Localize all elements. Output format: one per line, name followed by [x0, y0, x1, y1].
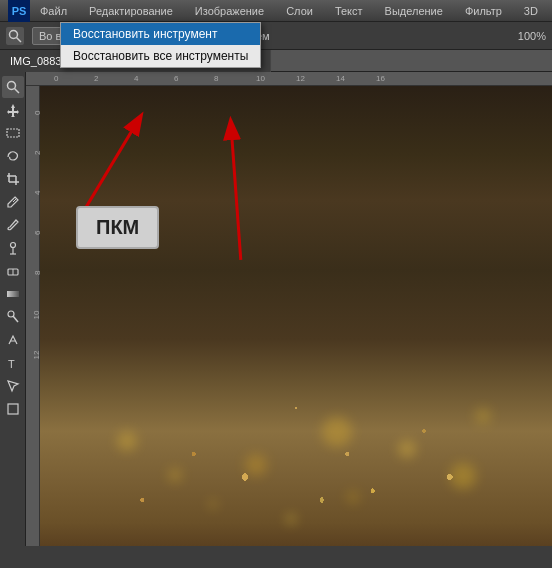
ruler-vmark-4: 4 [33, 191, 42, 195]
tool-dodge[interactable] [2, 306, 24, 328]
ruler-mark-6: 6 [174, 74, 178, 83]
zoom-percent: 100% [518, 30, 546, 42]
menu-3d[interactable]: 3D [518, 3, 544, 19]
svg-line-3 [14, 89, 19, 94]
pkm-label: ПКМ [76, 206, 159, 249]
ruler-mark-14: 14 [336, 74, 345, 83]
svg-rect-5 [7, 129, 19, 137]
context-menu: Восстановить инструмент Восстановить все… [60, 22, 261, 68]
ruler-vmark-2: 2 [33, 151, 42, 155]
ps-logo: PS [8, 0, 30, 22]
ruler-mark-2: 2 [94, 74, 98, 83]
context-item-restore-tool[interactable]: Восстановить инструмент [61, 23, 260, 45]
tool-shape[interactable] [2, 398, 24, 420]
ruler-mark-4: 4 [134, 74, 138, 83]
tool-gradient[interactable] [2, 283, 24, 305]
ruler-mark-0: 0 [54, 74, 58, 83]
ruler-horizontal: 0 2 4 6 8 10 12 14 16 [26, 72, 552, 86]
svg-text:T: T [8, 358, 15, 370]
menu-image[interactable]: Изображение [189, 3, 270, 19]
menu-edit[interactable]: Редактирование [83, 3, 179, 19]
tool-type[interactable]: T [2, 352, 24, 374]
menu-layers[interactable]: Слои [280, 3, 319, 19]
svg-rect-16 [7, 291, 19, 297]
tool-path-select[interactable] [2, 375, 24, 397]
ruler-vertical: 0 2 4 6 8 10 12 [26, 86, 40, 546]
ruler-mark-10: 10 [256, 74, 265, 83]
menu-text[interactable]: Текст [329, 3, 369, 19]
svg-rect-21 [8, 404, 18, 414]
tool-eyedropper[interactable] [2, 191, 24, 213]
tool-magnifier[interactable] [2, 76, 24, 98]
ruler-mark-12: 12 [296, 74, 305, 83]
svg-point-2 [7, 82, 15, 90]
menu-file[interactable]: Файл [34, 3, 73, 19]
menu-bar[interactable]: Файл Редактирование Изображение Слои Тек… [34, 3, 544, 19]
tool-brush[interactable] [2, 214, 24, 236]
menu-filter[interactable]: Фильтр [459, 3, 508, 19]
svg-marker-4 [7, 104, 19, 117]
ruler-vmark-10: 10 [33, 311, 42, 320]
svg-point-0 [10, 30, 18, 38]
toolbar: T [0, 72, 26, 546]
ruler-mark-8: 8 [214, 74, 218, 83]
tool-move[interactable] [2, 99, 24, 121]
title-bar: PS Файл Редактирование Изображение Слои … [0, 0, 552, 22]
ruler-vmark-0: 0 [33, 111, 42, 115]
tool-pen[interactable] [2, 329, 24, 351]
svg-line-10 [13, 199, 16, 202]
tool-crop[interactable] [2, 168, 24, 190]
svg-line-18 [13, 316, 18, 322]
tool-clone[interactable] [2, 237, 24, 259]
tool-eraser[interactable] [2, 260, 24, 282]
photo-background [40, 86, 552, 546]
svg-line-1 [17, 37, 22, 42]
ruler-vmark-6: 6 [33, 231, 42, 235]
context-item-restore-all[interactable]: Восстановить все инструменты [61, 45, 260, 67]
ruler-vmark-8: 8 [33, 271, 42, 275]
menu-select[interactable]: Выделение [379, 3, 449, 19]
tool-marquee[interactable] [2, 122, 24, 144]
tool-lasso[interactable] [2, 145, 24, 167]
svg-point-11 [10, 243, 15, 248]
canvas-wrapper: 0 2 4 6 8 10 12 [26, 86, 552, 546]
main-area: T 0 2 4 6 8 10 12 14 16 [0, 72, 552, 546]
canvas-area: 0 2 4 6 8 10 12 14 16 0 2 4 6 8 10 12 [26, 72, 552, 546]
ruler-mark-16: 16 [376, 74, 385, 83]
ruler-vmark-12: 12 [33, 351, 42, 360]
tool-magnifier-options[interactable] [6, 27, 24, 45]
